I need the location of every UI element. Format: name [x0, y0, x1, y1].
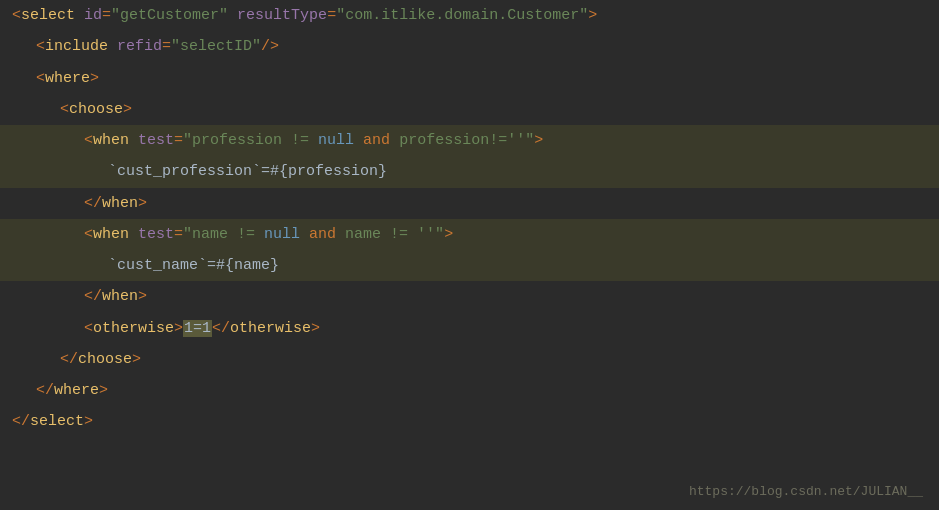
token: refid [108, 35, 162, 58]
token: </ [84, 192, 102, 215]
token: </ [84, 285, 102, 308]
token: /> [261, 35, 279, 58]
token: > [123, 98, 132, 121]
token: null [264, 223, 300, 246]
token: > [444, 223, 453, 246]
token: > [138, 192, 147, 215]
token: > [138, 285, 147, 308]
token: < [36, 67, 45, 90]
token: "selectID" [171, 35, 261, 58]
token: select [21, 4, 75, 27]
code-line: `cust_profession`=#{profession} [0, 156, 939, 187]
token: resultType [228, 4, 327, 27]
code-line: </choose> [0, 344, 939, 375]
token: > [174, 317, 183, 340]
token: </ [212, 317, 230, 340]
token: > [588, 4, 597, 27]
token: "com.itlike.domain.Customer" [336, 4, 588, 27]
token: id [75, 4, 102, 27]
token: profession!=''" [399, 129, 534, 152]
code-line: <choose> [0, 94, 939, 125]
token: = [174, 223, 183, 246]
token: "getCustomer" [111, 4, 228, 27]
token: </ [36, 379, 54, 402]
token: > [311, 317, 320, 340]
code-line: </when> [0, 188, 939, 219]
token: choose [69, 98, 123, 121]
token: > [99, 379, 108, 402]
token: < [84, 223, 93, 246]
token: otherwise [93, 317, 174, 340]
token: > [90, 67, 99, 90]
code-line: `cust_name`=#{name} [0, 250, 939, 281]
code-line: </select> [0, 406, 939, 437]
code-line: <when test="profession != null and profe… [0, 125, 939, 156]
token: > [534, 129, 543, 152]
token: where [45, 67, 90, 90]
token: </ [12, 410, 30, 433]
token: select [30, 410, 84, 433]
token: = [327, 4, 336, 27]
code-editor: <select id="getCustomer" resultType="com… [0, 0, 939, 510]
token: > [84, 410, 93, 433]
token: < [84, 317, 93, 340]
token: </ [60, 348, 78, 371]
token: where [54, 379, 99, 402]
url-bar: https://blog.csdn.net/JULIAN__ [689, 482, 923, 502]
token: choose [78, 348, 132, 371]
token: `cust_name`=#{name} [108, 254, 279, 277]
token: test [129, 129, 174, 152]
token: `cust_profession`=#{profession} [108, 160, 387, 183]
code-line: <select id="getCustomer" resultType="com… [0, 0, 939, 31]
token: and [354, 129, 399, 152]
code-line: <when test="name != null and name != ''"… [0, 219, 939, 250]
code-line: <include refid="selectID"/> [0, 31, 939, 62]
token: < [84, 129, 93, 152]
token: when [102, 285, 138, 308]
token: = [174, 129, 183, 152]
token: when [102, 192, 138, 215]
token: < [60, 98, 69, 121]
token: "profession != [183, 129, 318, 152]
token: test [129, 223, 174, 246]
code-line: </when> [0, 281, 939, 312]
token: = [102, 4, 111, 27]
token: when [93, 223, 129, 246]
token: null [318, 129, 354, 152]
code-line: <otherwise>1=1</otherwise> [0, 313, 939, 344]
token: include [45, 35, 108, 58]
token: > [132, 348, 141, 371]
code-line: <where> [0, 63, 939, 94]
token: 1=1 [183, 317, 212, 340]
token: < [12, 4, 21, 27]
token: name != ''" [345, 223, 444, 246]
token: < [36, 35, 45, 58]
token: and [300, 223, 345, 246]
code-line: </where> [0, 375, 939, 406]
token: when [93, 129, 129, 152]
token: otherwise [230, 317, 311, 340]
token: = [162, 35, 171, 58]
token: "name != [183, 223, 264, 246]
